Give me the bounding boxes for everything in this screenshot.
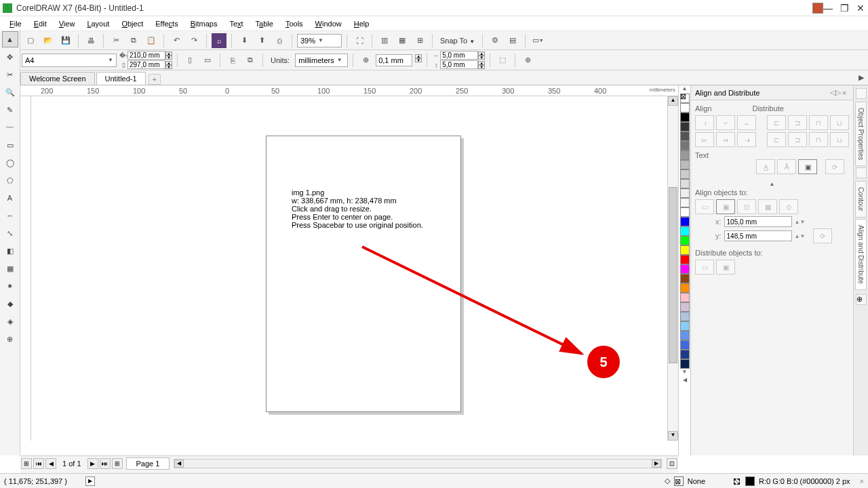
color-swatch[interactable] [680, 236, 690, 245]
quick-customize-prop-icon[interactable]: ⊕ [520, 53, 535, 68]
color-swatch[interactable] [680, 217, 690, 226]
paste-button[interactable]: 📋 [144, 33, 159, 48]
dist-left-button[interactable]: ⊏ [767, 115, 786, 130]
dist-right-button[interactable]: ⊔ [830, 115, 849, 130]
color-swatch[interactable] [680, 359, 690, 369]
cut-button[interactable]: ✂ [108, 33, 123, 48]
dist-spacing-h-button[interactable]: ⊓ [809, 115, 828, 130]
publish-pdf-button[interactable]: ⎙ [272, 33, 287, 48]
outline-color-swatch[interactable] [745, 476, 755, 486]
color-swatch[interactable] [680, 350, 690, 359]
menu-text[interactable]: Text [224, 18, 248, 29]
polygon-tool[interactable]: ⬠ [2, 172, 18, 188]
artistic-media-tool[interactable]: 〰 [2, 119, 18, 136]
vertical-ruler[interactable] [20, 96, 31, 441]
outline-indicator-icon[interactable]: ⛞ [734, 477, 741, 485]
color-swatch[interactable] [680, 160, 690, 169]
import-button[interactable]: ⬇ [237, 33, 252, 48]
text-baseline-button[interactable]: A̲ [756, 159, 775, 174]
dist-spacing-v-button[interactable]: ⊓ [809, 132, 828, 147]
menu-bitmaps[interactable]: Bitmaps [185, 18, 223, 29]
freehand-tool[interactable]: ✎ [2, 102, 18, 118]
all-pages-button[interactable]: ⧉ [243, 53, 258, 68]
drawing-canvas[interactable]: img 1.png w: 338,667 mm, h: 238,478 mm C… [31, 96, 666, 441]
nudge-distance-input[interactable] [376, 54, 412, 66]
color-swatch[interactable] [680, 312, 690, 321]
show-rulers-button[interactable]: ▥ [377, 33, 392, 48]
fill-indicator-icon[interactable]: ◇ [665, 476, 670, 485]
section-collapse-icon[interactable]: ▲ [695, 180, 849, 188]
color-swatch[interactable] [680, 198, 690, 207]
color-swatch[interactable] [680, 113, 690, 122]
hscroll-left-button[interactable]: ◀ [174, 460, 184, 468]
color-swatch[interactable] [680, 207, 690, 217]
docker-add-button[interactable]: ⊕ [856, 294, 867, 305]
text-baseline2-button[interactable]: Ā [777, 159, 796, 174]
menu-edit[interactable]: Edit [28, 18, 52, 29]
page-add-button[interactable]: ⊞ [21, 458, 32, 469]
maximize-button[interactable]: ❐ [840, 3, 849, 13]
snap-to-dropdown[interactable]: Snap To ▼ [437, 37, 477, 45]
align-x-input[interactable] [724, 216, 792, 227]
parallel-dim-tool[interactable]: ↔ [2, 207, 18, 224]
align-to-grid-button[interactable]: ▦ [758, 199, 777, 214]
dist-to-page-button[interactable]: ▣ [716, 260, 735, 274]
zoom-level-combo[interactable]: 39%▼ [297, 34, 342, 47]
align-left-button[interactable]: ⫞ [695, 115, 714, 130]
tab-untitled-1[interactable]: Untitled-1 [96, 72, 146, 85]
full-screen-button[interactable]: ⛶ [352, 33, 367, 48]
ellipse-tool[interactable]: ◯ [2, 155, 18, 171]
new-button[interactable]: ▢ [23, 33, 38, 48]
palette-flyout-icon[interactable]: ◀ [680, 377, 690, 385]
no-color-swatch[interactable]: ⊠ [680, 94, 690, 103]
docker-collapse-icon[interactable]: ◁▷ [830, 88, 840, 97]
current-page-button[interactable]: ⎘ [225, 53, 240, 68]
menu-view[interactable]: View [54, 18, 81, 29]
color-swatch[interactable] [680, 274, 690, 283]
menu-table[interactable]: Table [250, 18, 279, 29]
units-combo[interactable]: millimeters▼ [295, 54, 348, 67]
menu-tools[interactable]: Tools [280, 18, 309, 29]
export-button[interactable]: ⬆ [254, 33, 269, 48]
align-to-active-button[interactable]: ▭ [695, 199, 714, 214]
color-swatch[interactable] [680, 226, 690, 236]
color-swatch[interactable] [680, 255, 690, 264]
tab-welcome-screen[interactable]: Welcome Screen [20, 72, 95, 85]
color-swatch[interactable] [680, 283, 690, 293]
save-button[interactable]: 💾 [58, 33, 73, 48]
interactive-fill-tool[interactable]: ◆ [2, 296, 18, 312]
color-swatch[interactable] [680, 302, 690, 312]
record-macro-button[interactable]: ▶ [85, 476, 95, 486]
horizontal-scrollbar[interactable]: ◀ ▶ [174, 459, 662, 468]
undo-button[interactable]: ↶ [169, 33, 184, 48]
quick-customize-icon[interactable]: ⊕ [2, 331, 18, 347]
align-top-button[interactable]: ⫢ [695, 132, 714, 147]
color-swatch[interactable] [680, 245, 690, 255]
color-eyedropper-tool[interactable]: ⁕ [2, 278, 18, 294]
page-next-button[interactable]: ▶ [87, 458, 98, 469]
page-prev-button[interactable]: ◀ [45, 458, 56, 469]
align-center-v-button[interactable]: ⫤ [716, 132, 735, 147]
page-height-input[interactable] [127, 60, 165, 69]
align-refresh-button[interactable]: ⟳ [813, 228, 832, 243]
page-first-button[interactable]: ⏮ [33, 458, 44, 469]
menu-layout[interactable]: Layout [81, 18, 115, 29]
copy-button[interactable]: ⧉ [126, 33, 141, 48]
open-button[interactable]: 📂 [41, 33, 56, 48]
color-swatch[interactable] [680, 150, 690, 160]
docker-tab-icon-1[interactable] [856, 88, 867, 99]
dup-x-input[interactable] [440, 51, 478, 60]
dist-center-v-button[interactable]: ⊐ [788, 132, 807, 147]
color-swatch[interactable] [680, 169, 690, 179]
dist-to-selection-button[interactable]: ▭ [695, 260, 714, 274]
color-swatch[interactable] [680, 321, 690, 331]
palette-scroll-down[interactable]: ▼ [680, 369, 690, 377]
dup-y-input[interactable] [440, 60, 478, 69]
color-swatch[interactable] [680, 340, 690, 350]
color-swatch[interactable] [680, 331, 690, 340]
color-swatch[interactable] [680, 264, 690, 274]
align-to-page-edge-button[interactable]: ▣ [716, 199, 735, 214]
color-swatch[interactable] [680, 141, 690, 150]
color-swatch[interactable] [680, 122, 690, 131]
text-bounding-button[interactable]: ▣ [798, 159, 817, 174]
